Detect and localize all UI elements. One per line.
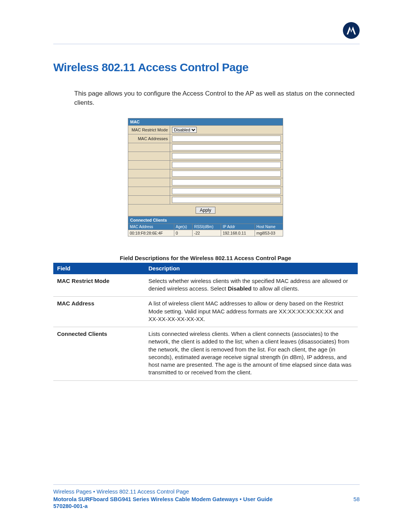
page-title: Wireless 802.11 Access Control Page [53,61,358,74]
fd-head-desc: Description [145,263,358,274]
mac-input-5[interactable] [172,179,281,185]
mac-input-7[interactable] [172,197,281,203]
fd-row: MAC Restrict Mode Selects whether wirele… [53,274,358,297]
restrict-mode-select[interactable]: Disabled [172,127,197,133]
fd-desc-1: A list of wireless client MAC addresses … [145,297,358,327]
fd-row: MAC Address A list of wireless client MA… [53,297,358,327]
fd-name-2: Connected Clients [53,327,145,381]
mac-section-header: MAC [128,118,283,125]
cc-col-host: Host Name [255,224,283,230]
mac-input-4[interactable] [172,171,281,177]
restrict-mode-label: MAC Restrict Mode [128,125,170,134]
cc-col-mac: MAC Address [128,224,174,230]
cc-age: 0 [174,230,192,236]
cc-mac: 00:18:F8:28:6E:4F [128,230,174,236]
breadcrumb: Wireless Pages • Wireless 802.11 Access … [53,489,360,495]
field-desc-table: Field Description MAC Restrict Mode Sele… [53,263,358,381]
connected-clients-header: Connected Clients [128,216,283,224]
fd-name-1: MAC Address [53,297,145,327]
intro-text: This page allows you to configure the Ac… [74,89,358,107]
cc-host: mgi853-03 [255,230,283,236]
fd-name-0: MAC Restrict Mode [53,274,145,297]
page-number: 58 [354,496,360,502]
header-rule [53,44,360,44]
fd-desc-0: Selects whether wireless clients with th… [145,274,358,297]
field-desc-caption: Field Descriptions for the Wireless 802.… [53,255,358,261]
motorola-logo [343,22,360,39]
mac-input-3[interactable] [172,162,281,168]
mac-input-0[interactable] [172,136,281,142]
footer-rule [53,484,360,485]
fd-desc-2: Lists connected wireless clients. When a… [145,327,358,381]
mac-input-6[interactable] [172,188,281,194]
config-screenshot: MAC MAC Restrict Mode Disabled MAC Addre… [128,118,283,236]
doc-number: 570280-001-a [53,503,360,509]
fd-head-field: Field [53,263,145,274]
fd-row: Connected Clients Lists connected wirele… [53,327,358,381]
apply-button[interactable]: Apply [196,207,215,214]
mac-input-1[interactable] [172,144,281,150]
mac-input-2[interactable] [172,153,281,159]
cc-col-rssi: RSSI(dBm) [193,224,221,230]
guide-title: Motorola SURFboard SBG941 Series Wireles… [53,496,272,502]
mac-addresses-label: MAC Addresses [128,134,170,143]
cc-ip: 192.168.0.11 [221,230,255,236]
connected-client-row: 00:18:F8:28:6E:4F 0 -22 192.168.0.11 mgi… [128,230,283,236]
cc-rssi: -22 [193,230,221,236]
cc-col-ip: IP Addr [221,224,255,230]
cc-col-age: Age(s) [174,224,192,230]
